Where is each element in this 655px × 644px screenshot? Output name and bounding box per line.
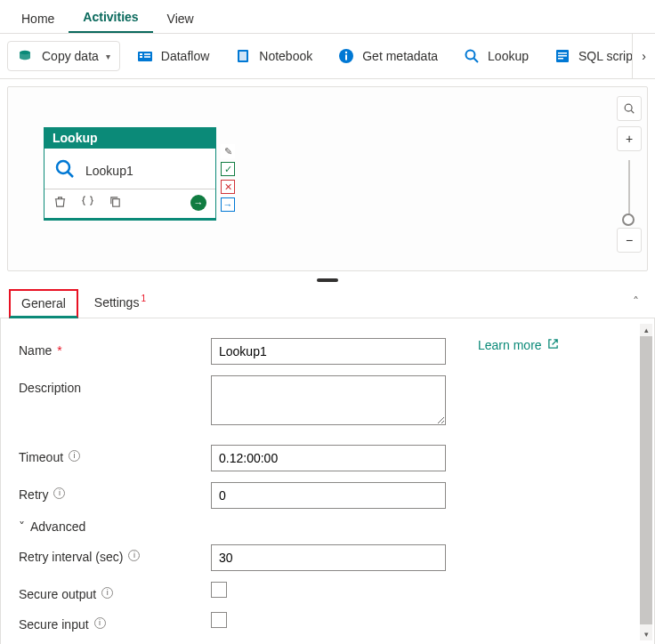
lookup-button[interactable]: Lookup [454,42,538,70]
activity-name: Lookup1 [85,164,133,178]
zoom-thumb[interactable] [622,213,635,226]
activity-node-lookup[interactable]: Lookup Lookup1 → [44,127,216,221]
info-icon[interactable]: i [53,487,65,499]
label-retry: Retry i [19,482,197,502]
port-success[interactable]: ✓ [221,162,235,176]
svg-rect-7 [239,52,247,60]
topnav-home[interactable]: Home [7,4,69,33]
properties-panel: Name * Learn more Description Timeout i … [0,318,655,644]
splitter-handle-icon [317,278,338,282]
scrollbar-arrow-down[interactable]: ▾ [640,628,652,640]
tab-general[interactable]: General [9,289,78,318]
zoom-in-button[interactable]: + [617,126,642,151]
label-timeout: Timeout i [19,445,197,464]
label-retry-interval: Retry interval (sec) i [19,544,197,564]
canvas-controls: + − [617,96,642,258]
external-link-icon [547,338,559,352]
label-retry-interval-text: Retry interval (sec) [19,550,123,564]
tab-settings[interactable]: Settings1 [82,286,157,317]
sql-script-icon [554,47,571,65]
port-failure[interactable]: ✕ [221,180,235,194]
zoom-slider[interactable] [628,160,630,224]
canvas-search-button[interactable] [617,96,642,121]
get-metadata-label: Get metadata [362,49,438,63]
label-retry-text: Retry [19,487,48,502]
collapse-panel-button[interactable]: ˄ [626,287,646,316]
notebook-button[interactable]: Notebook [225,42,321,70]
dataflow-button[interactable]: Dataflow [127,42,218,70]
activity-body: Lookup1 → [44,149,216,221]
lookup-label: Lookup [488,49,529,63]
scrollbar-thumb[interactable] [640,336,652,624]
activity-selected-underline [44,218,215,220]
svg-rect-16 [558,58,563,60]
scrollbar-arrow-up[interactable]: ▴ [640,324,652,336]
retry-interval-input[interactable] [211,544,446,571]
tab-settings-badge: 1 [141,294,146,303]
topnav-activities[interactable]: Activities [69,3,152,33]
top-nav: Home Activities View [0,0,655,34]
copy-data-button[interactable]: Copy data ▾ [7,41,120,71]
svg-point-11 [466,51,475,60]
description-input[interactable] [211,375,446,425]
svg-point-20 [625,104,632,111]
ribbon-scroll-right[interactable]: › [632,34,655,78]
run-arrow-icon[interactable]: → [190,195,206,211]
vertical-scrollbar[interactable]: ▴ ▾ [640,324,652,640]
name-input[interactable] [211,338,446,365]
advanced-toggle[interactable]: ˅ Advanced [19,519,636,534]
tab-settings-label: Settings [94,295,140,310]
chevron-right-icon: › [642,49,646,63]
topnav-view[interactable]: View [153,4,208,33]
svg-line-18 [68,172,73,177]
ribbon: Copy data ▾ Dataflow Notebook Get metada… [0,34,655,79]
svg-point-17 [57,161,69,173]
label-secure-output: Secure output i [19,582,197,601]
advanced-label: Advanced [30,519,85,534]
svg-rect-5 [144,56,150,58]
copy-data-label: Copy data [42,49,99,63]
svg-rect-9 [345,55,347,60]
sql-script-button[interactable]: SQL script [545,42,645,70]
timeout-input[interactable] [211,445,446,471]
code-braces-icon[interactable] [81,195,94,211]
label-name: Name * [19,338,197,358]
copy-icon[interactable] [109,195,122,211]
panel-splitter[interactable] [0,278,655,286]
info-icon[interactable]: i [94,617,106,629]
sql-script-label: SQL script [578,49,636,63]
chevron-down-icon: ▾ [106,52,110,61]
dataflow-label: Dataflow [161,49,209,63]
search-icon [53,157,77,183]
label-secure-input: Secure input i [19,612,197,632]
info-icon[interactable]: i [101,587,113,599]
secure-input-checkbox[interactable] [211,612,227,628]
pipeline-canvas[interactable]: Lookup Lookup1 → [7,86,648,271]
label-description: Description [19,375,197,395]
activity-output-ports: ✎ ✓ ✕ → [221,144,235,212]
svg-rect-4 [144,53,150,55]
svg-rect-14 [558,52,567,54]
zoom-out-button[interactable]: − [617,228,642,253]
chevron-up-icon: ˄ [633,294,639,309]
port-pencil[interactable]: ✎ [221,144,235,158]
svg-rect-19 [113,199,120,206]
svg-line-12 [474,59,479,63]
label-description-text: Description [19,381,81,395]
chevron-down-icon: ˅ [19,519,25,534]
copy-data-icon [17,47,35,65]
retry-input[interactable] [211,482,446,509]
label-timeout-text: Timeout [19,450,63,464]
dataflow-icon [136,47,154,65]
info-icon[interactable]: i [128,550,140,561]
info-icon[interactable]: i [69,450,80,462]
required-asterisk: * [57,343,61,358]
port-completion[interactable]: → [221,197,235,212]
secure-output-checkbox[interactable] [211,582,227,598]
svg-rect-3 [140,56,142,58]
label-secure-input-text: Secure input [19,617,89,632]
delete-icon[interactable] [53,195,67,211]
learn-more-link[interactable]: Learn more [478,338,559,352]
svg-rect-15 [558,55,567,57]
get-metadata-button[interactable]: Get metadata [328,42,447,70]
